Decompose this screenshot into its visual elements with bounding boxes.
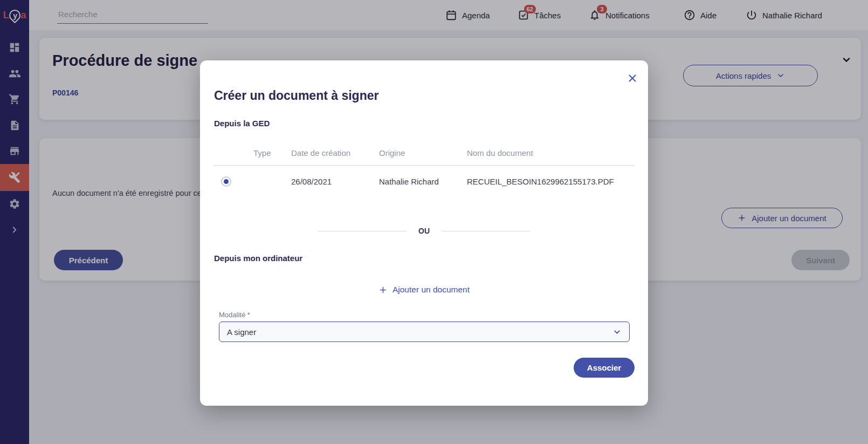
modality-select[interactable]: A signer bbox=[219, 322, 630, 342]
table-row: 26/08/2021 Nathalie Richard RECUEIL_BESO… bbox=[214, 166, 635, 197]
modality-selected-value: A signer bbox=[227, 327, 256, 337]
column-header-date: Date de création bbox=[291, 148, 379, 158]
upload-document-label: Ajouter un document bbox=[392, 285, 470, 295]
document-radio-selected[interactable] bbox=[221, 176, 231, 187]
ged-documents-table: Type Date de création Origine Nom du doc… bbox=[214, 140, 635, 197]
chevron-down-icon bbox=[612, 327, 622, 337]
section-from-ged: Depuis la GED bbox=[214, 119, 270, 128]
or-label: OU bbox=[418, 227, 430, 235]
cell-nom: RECUEIL_BESOIN1629962155173.PDF bbox=[467, 177, 635, 186]
upload-document-link[interactable]: Ajouter un document bbox=[200, 285, 648, 295]
create-document-modal: Créer un document à signer Depuis la GED… bbox=[200, 60, 648, 406]
modal-title: Créer un document à signer bbox=[214, 88, 378, 103]
cell-date: 26/08/2021 bbox=[291, 177, 379, 186]
divider-line bbox=[442, 231, 530, 231]
plus-icon bbox=[378, 285, 388, 295]
close-icon[interactable] bbox=[626, 72, 638, 84]
table-header-row: Type Date de création Origine Nom du doc… bbox=[214, 140, 635, 166]
radio-dot bbox=[224, 179, 229, 184]
associer-button[interactable]: Associer bbox=[574, 358, 635, 378]
section-from-computer: Depuis mon ordinateur bbox=[214, 254, 302, 263]
column-header-origine: Origine bbox=[379, 148, 467, 158]
divider-line bbox=[318, 231, 407, 231]
or-divider: OU bbox=[318, 227, 530, 235]
cell-origine: Nathalie Richard bbox=[379, 177, 467, 186]
column-header-type: Type bbox=[253, 148, 291, 158]
column-header-nom: Nom du document bbox=[467, 148, 635, 158]
modality-label: Modalité * bbox=[219, 311, 250, 319]
